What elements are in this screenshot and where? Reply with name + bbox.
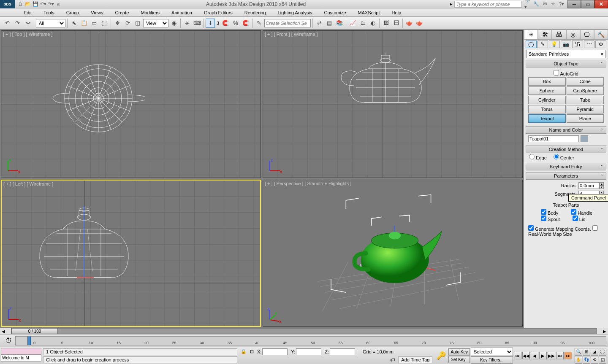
nav-zoom-all-icon[interactable]: ⊞ xyxy=(583,348,590,356)
rollout-name-color[interactable]: Name and Color xyxy=(526,126,606,134)
object-name-input[interactable] xyxy=(528,135,579,142)
subtab-shapes-icon[interactable]: ✎ xyxy=(537,40,548,48)
rollout-object-type[interactable]: Object Type xyxy=(526,60,606,67)
prev-key-icon[interactable]: ◀ xyxy=(531,352,538,359)
nav-pan-icon[interactable]: ✋ xyxy=(575,356,582,364)
qat-open-icon[interactable]: 📂 xyxy=(24,1,31,8)
help-icon[interactable]: ?▾ xyxy=(558,1,565,8)
track-left-icon[interactable]: ◀ xyxy=(1,329,6,334)
render-last-icon[interactable]: 🫖 xyxy=(415,19,424,28)
play-icon[interactable]: ▶ xyxy=(539,352,547,359)
primitive-geosphere[interactable]: GeoSphere xyxy=(567,86,604,95)
primitive-cylinder[interactable]: Cylinder xyxy=(528,96,566,104)
snap-toggle-icon[interactable]: ⬇ xyxy=(206,19,215,28)
nav-zoom-ext-icon[interactable]: ⛶ xyxy=(599,348,606,356)
menu-views[interactable]: Views xyxy=(85,9,109,16)
goto-end-icon[interactable]: ⏭ xyxy=(565,352,572,359)
rollout-creation-method[interactable]: Creation Method xyxy=(526,146,606,153)
close-button[interactable]: ✕ xyxy=(594,0,608,8)
lock-icon[interactable]: 🔒 xyxy=(241,349,247,354)
radius-input[interactable] xyxy=(578,182,600,189)
primitive-plane[interactable]: Plane xyxy=(567,114,604,123)
qat-redo-icon[interactable]: ↷▾ xyxy=(47,1,54,8)
nav-zoom-icon[interactable]: 🔍 xyxy=(575,348,582,356)
selection-filter-dropdown[interactable]: All xyxy=(36,19,65,27)
binoculars-icon[interactable]: 🔭▾ xyxy=(524,1,531,8)
menu-lighting-analysis[interactable]: Lighting Analysis xyxy=(272,9,318,16)
viewport-left-label[interactable]: [ + ] [ Left ] [ Wireframe ] xyxy=(3,181,53,186)
help-search-input[interactable] xyxy=(454,1,522,8)
next-frame-icon[interactable]: ⏭ xyxy=(556,352,564,359)
menu-create[interactable]: Create xyxy=(109,9,135,16)
select-manipulate-icon[interactable]: ⚹ xyxy=(182,19,192,28)
qat-undo-icon[interactable]: ↶▾ xyxy=(40,1,46,8)
x-input[interactable] xyxy=(262,348,288,355)
subtab-geometry-icon[interactable]: ◯ xyxy=(526,40,537,48)
qat-link-icon[interactable]: ⎋ xyxy=(55,1,62,8)
key-filters-button[interactable]: Key Filters... xyxy=(471,356,513,364)
qat-save-icon[interactable]: 💾 xyxy=(32,1,39,8)
layer-manager-icon[interactable]: 📚 xyxy=(335,19,344,28)
minimize-button[interactable]: ─ xyxy=(567,0,581,8)
tab-create-icon[interactable]: ✳ xyxy=(524,30,538,39)
mirror-icon[interactable]: ⇄ xyxy=(315,19,324,28)
part-spout-checkbox[interactable]: Spout xyxy=(528,216,560,223)
subtab-spacewarps-icon[interactable]: 〰 xyxy=(584,40,595,48)
menu-customize[interactable]: Customize xyxy=(318,9,352,16)
app-icon[interactable]: 3DS xyxy=(0,0,15,8)
move-icon[interactable]: ✥ xyxy=(113,19,122,28)
key-mode-dropdown[interactable]: Selected xyxy=(471,348,513,356)
timeline-config-icon[interactable]: ⏱ xyxy=(2,337,15,345)
rollout-keyboard-entry[interactable]: Keyboard Entry xyxy=(526,163,606,170)
object-color-swatch[interactable] xyxy=(581,135,588,142)
rotate-icon[interactable]: ⟳ xyxy=(123,19,132,28)
viewport-perspective-label[interactable]: [ + ] [ Perspective ] [ Smooth + Highlig… xyxy=(265,181,351,186)
segments-up-icon[interactable]: ▲ xyxy=(600,191,604,194)
ref-coord-dropdown[interactable]: View xyxy=(143,19,168,27)
goto-start-icon[interactable]: ⏮ xyxy=(514,352,521,359)
menu-rendering[interactable]: Rendering xyxy=(239,9,272,16)
isolate-icon[interactable]: ⊡ xyxy=(250,349,254,354)
radio-center[interactable]: Center xyxy=(554,154,574,160)
align-icon[interactable]: ▤ xyxy=(325,19,334,28)
menu-tools[interactable]: Tools xyxy=(38,9,60,16)
radius-up-icon[interactable]: ▲ xyxy=(600,182,604,186)
select-by-name-icon[interactable]: 📋 xyxy=(79,19,89,28)
rollout-parameters[interactable]: Parameters xyxy=(526,172,606,180)
qat-new-icon[interactable]: 🗋 xyxy=(17,1,24,8)
script-listener[interactable]: Welcome to M xyxy=(1,355,41,361)
undo-icon[interactable]: ↶ xyxy=(3,19,12,28)
subtab-helpers-icon[interactable]: 卐 xyxy=(572,40,583,48)
select-object-icon[interactable]: ⬉ xyxy=(69,19,79,28)
autogrid-checkbox[interactable] xyxy=(554,70,559,75)
named-selection-input[interactable] xyxy=(264,19,311,27)
tab-hierarchy-icon[interactable]: 品 xyxy=(552,30,566,39)
primitive-pyramid[interactable]: Pyramid xyxy=(567,105,604,113)
render-frame-icon[interactable]: 🎞 xyxy=(391,19,401,28)
favorite-icon[interactable]: ☆ xyxy=(550,1,556,8)
set-key-button[interactable]: Set Key xyxy=(448,356,470,363)
auto-key-button[interactable]: Auto Key xyxy=(448,348,470,356)
menu-graph-editors[interactable]: Graph Editors xyxy=(198,9,239,16)
curve-editor-icon[interactable]: 📈 xyxy=(348,19,357,28)
subtab-systems-icon[interactable]: ⚙ xyxy=(595,40,606,48)
part-lid-checkbox[interactable]: Lid xyxy=(560,216,586,223)
primitive-torus[interactable]: Torus xyxy=(528,105,566,113)
key-icon[interactable]: 🔧 xyxy=(533,1,540,8)
subtab-cameras-icon[interactable]: 📷 xyxy=(561,40,572,48)
nav-fov-icon[interactable]: ◢ xyxy=(591,348,598,356)
primitive-teapot[interactable]: Teapot xyxy=(528,114,566,123)
percent-snap-icon[interactable]: % xyxy=(231,19,240,28)
script-color-box[interactable] xyxy=(1,348,41,355)
render-icon[interactable]: 🫖 xyxy=(404,19,414,28)
z-input[interactable] xyxy=(330,348,355,355)
primitive-box[interactable]: Box xyxy=(528,77,566,86)
menu-edit[interactable]: Edit xyxy=(18,9,38,16)
scale-icon[interactable]: ◫ xyxy=(133,19,142,28)
subtab-lights-icon[interactable]: 💡 xyxy=(549,40,560,48)
tab-motion-icon[interactable]: ◎ xyxy=(566,30,580,39)
menu-animation[interactable]: Animation xyxy=(166,9,198,16)
render-setup-icon[interactable]: 🖼 xyxy=(381,19,391,28)
menu-maxscript[interactable]: MAXScript xyxy=(352,9,386,16)
viewport-perspective[interactable]: [ + ] [ Perspective ] [ Smooth + Highlig… xyxy=(263,180,523,327)
